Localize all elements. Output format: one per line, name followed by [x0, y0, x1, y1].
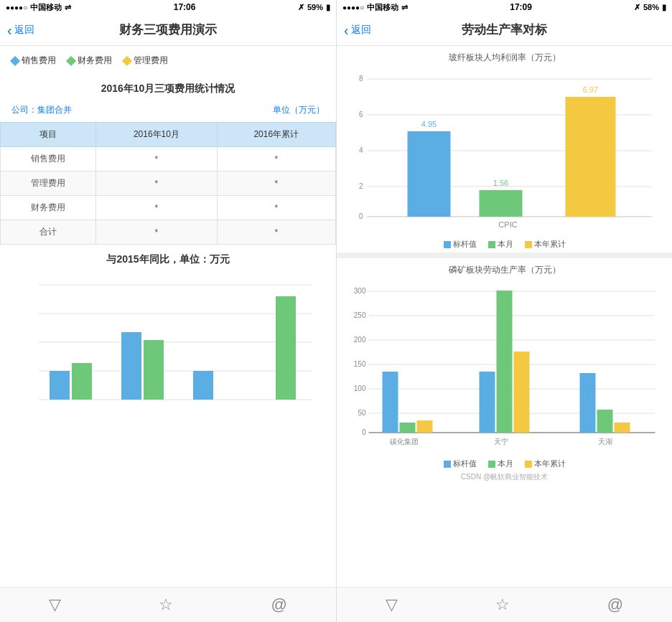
bar-g2-b1	[121, 332, 141, 400]
bb-g2-2	[497, 291, 513, 433]
content-right: 玻纤板块人均利润率（万元） 8 6 4 2 0 4.95	[337, 46, 672, 587]
top-chart-section: 玻纤板块人均利润率（万元） 8 6 4 2 0 4.95	[337, 46, 672, 253]
wifi-icon-right: ⇌	[401, 3, 408, 12]
top-bar-3-label: 6.97	[583, 85, 598, 94]
nav-title-left: 财务三项费用演示	[119, 22, 217, 38]
nav-bar-right: ‹ 返回 劳动生产率对标	[337, 14, 672, 46]
left-chart-svg	[11, 278, 325, 421]
legend-b-biaoqian: 标杆值	[444, 458, 477, 469]
y-b-200: 200	[354, 336, 366, 344]
wifi-icon-left: ⇌	[65, 3, 71, 12]
signal-dots: ●●●●○	[6, 3, 27, 11]
top-bar-2-label: 1.56	[493, 179, 508, 187]
top-bar-1	[408, 131, 451, 217]
table-cell: *	[96, 171, 217, 196]
status-bar-left: ●●●●○ 中国移动 ⇌ 17:06 ✗ 59% ▮	[0, 0, 336, 14]
legend-sq-1	[444, 241, 451, 248]
top-bar-3	[566, 97, 616, 217]
table-title-left: 2016年10月三项费用统计情况	[0, 75, 336, 101]
top-bar-1-label: 4.95	[421, 120, 437, 128]
at-icon-right[interactable]: @	[607, 595, 623, 614]
x-label-2: 天宁	[494, 438, 508, 446]
back-label-right: 返回	[351, 24, 371, 37]
table-meta-left: 公司：集团合并 单位（万元）	[0, 101, 336, 122]
table-meta-unit: 单位（万元）	[273, 104, 325, 116]
legend-diamond-manage	[122, 55, 132, 65]
y-b-150: 150	[354, 360, 366, 368]
table-cell: *	[96, 147, 217, 171]
status-right-right: ✗ 58% ▮	[634, 3, 666, 12]
left-panel: ●●●●○ 中国移动 ⇌ 17:06 ✗ 59% ▮ ‹ 返回 财务三项费用演示…	[0, 0, 336, 622]
signal-dots-right: ●●●●○	[342, 4, 364, 11]
nav-title-right: 劳动生产率对标	[462, 22, 547, 38]
top-bar-2	[480, 190, 523, 217]
table-cell: 财务费用	[1, 196, 96, 220]
content-inner-left: 销售费用 财务费用 管理费用 2016年10月三项费用统计情况 公司：集团合并 …	[0, 46, 336, 587]
table-cell: 合计	[1, 220, 96, 245]
y-label-6: 6	[359, 110, 363, 118]
legend-b-text-1: 标杆值	[453, 458, 477, 469]
x-label-1: 碳化集团	[389, 438, 419, 446]
bar-g3-b1	[193, 371, 213, 400]
tab-bar-right: ▽ ☆ @	[337, 587, 672, 622]
bb-g3-2	[597, 410, 613, 433]
bar-g2-b2	[144, 340, 164, 400]
table-cell: *	[96, 220, 217, 245]
table-row: 财务费用**	[1, 196, 336, 220]
table-cell: *	[96, 196, 217, 220]
status-right-left: ✗ 59% ▮	[298, 3, 330, 12]
bluetooth-icon-left: ✗	[298, 3, 304, 12]
status-left: ●●●●○ 中国移动 ⇌	[6, 2, 71, 13]
legend-b-text-2: 本月	[498, 458, 513, 469]
y-label-8: 8	[359, 75, 363, 83]
legend-b-sq-1	[444, 461, 451, 468]
battery-icon-right: ▮	[662, 3, 666, 12]
bb-g1-3	[417, 420, 433, 433]
chart-divider	[337, 253, 672, 258]
table-cell: 销售费用	[1, 147, 96, 171]
legend-text-bennian: 本年累计	[534, 239, 566, 250]
x-label-3: 天湖	[598, 438, 612, 446]
y-label-4: 4	[359, 146, 363, 154]
th-cumul: 2016年累计	[217, 123, 335, 147]
bottom-chart-title: 磷矿板块劳动生产率（万元）	[344, 264, 665, 276]
table-meta-company: 公司：集团合并	[11, 104, 72, 116]
bb-g3-3	[615, 423, 630, 433]
star-icon-left[interactable]: ☆	[159, 595, 173, 614]
back-button-right[interactable]: ‹ 返回	[344, 23, 371, 37]
at-icon-left[interactable]: @	[271, 595, 287, 614]
table-cell: *	[217, 171, 335, 196]
back-label-left: 返回	[14, 24, 34, 37]
legend-b-benyue: 本月	[488, 458, 513, 469]
back-arrow-left: ‹	[7, 23, 12, 37]
legend-item-sales: 销售费用	[11, 55, 56, 67]
legend-label-manage: 管理费用	[134, 55, 168, 67]
y-label-2: 2	[359, 182, 363, 190]
top-x-label: CPIC	[498, 220, 517, 229]
filter-icon-left[interactable]: ▽	[49, 595, 61, 614]
bb-g1-2	[400, 423, 416, 433]
star-icon-right[interactable]: ☆	[495, 595, 510, 614]
legend-sq-3	[525, 241, 532, 248]
battery-icon-left: ▮	[326, 3, 330, 12]
content-inner-right: 玻纤板块人均利润率（万元） 8 6 4 2 0 4.95	[337, 46, 672, 587]
compare-title: 与2015年同比，单位：万元	[0, 245, 336, 272]
back-button-left[interactable]: ‹ 返回	[7, 23, 34, 37]
legend-diamond-sales	[10, 55, 20, 65]
nav-bar-left: ‹ 返回 财务三项费用演示	[0, 14, 336, 46]
y-b-300: 300	[354, 287, 366, 295]
status-bar-right: ●●●●○ 中国移动 ⇌ 17:09 ✗ 58% ▮	[337, 0, 672, 14]
top-chart-title: 玻纤板块人均利润率（万元）	[344, 52, 665, 64]
battery-left: 59%	[307, 3, 323, 11]
top-chart-svg: 8 6 4 2 0 4.95 1.56	[344, 68, 665, 233]
bar-g1-b2	[72, 363, 92, 400]
legend-label-sales: 销售费用	[22, 55, 56, 67]
tab-bar-left: ▽ ☆ @	[0, 587, 336, 622]
legend-b-text-3: 本年累计	[534, 458, 566, 469]
bb-g1-1	[383, 372, 398, 433]
th-oct: 2016年10月	[96, 123, 217, 147]
table-cell: 管理费用	[1, 171, 96, 196]
table-row: 管理费用**	[1, 171, 336, 196]
bar-g1-b1	[50, 371, 70, 400]
filter-icon-right[interactable]: ▽	[386, 595, 398, 614]
